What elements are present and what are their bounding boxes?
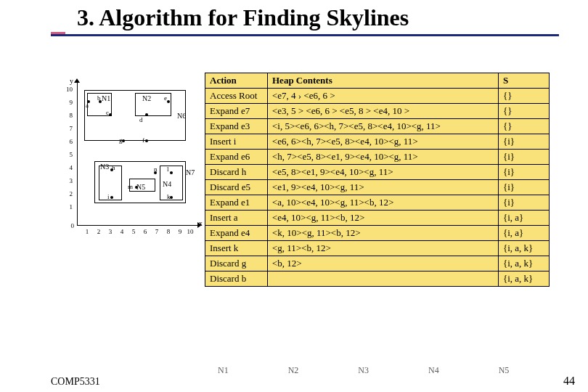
label-m: m <box>128 183 133 190</box>
cell-action: Expand e3 <box>205 119 268 134</box>
label-n7: N7 <box>186 168 195 176</box>
table-row: Insert a<e4, 10><g, 11><b, 12>{i, a} <box>205 211 550 226</box>
cell-s: {i} <box>499 195 550 211</box>
cell-action: Discard b <box>205 271 268 287</box>
tick-y: 4 <box>64 164 73 171</box>
table-row: Discard b{i, a, k} <box>205 271 550 287</box>
cell-s: {i, a, k} <box>499 256 550 271</box>
cell-s: {} <box>499 104 550 119</box>
cell-s: {i, a} <box>499 211 550 226</box>
point-c <box>109 113 112 116</box>
tick-y: 9 <box>64 99 73 106</box>
footer-page-number: 44 <box>563 375 575 388</box>
header-heap: Heap Contents <box>268 73 499 89</box>
cell-action: Insert a <box>205 211 268 226</box>
label-l: l <box>167 166 169 173</box>
table-row: Discard h<e5, 8><e1, 9><e4, 10><g, 11>{i… <box>205 165 550 180</box>
cell-heap: <e4, 10><g, 11><b, 12> <box>268 211 499 226</box>
tick-x: 3 <box>106 228 115 235</box>
tick-y: 1 <box>64 203 73 211</box>
point-d <box>145 113 148 116</box>
cell-action: Discard e5 <box>205 180 268 195</box>
cell-action: Expand e6 <box>205 150 268 165</box>
tick-y: 6 <box>64 138 73 145</box>
cell-action: Insert k <box>205 241 268 256</box>
footer-nodes: N1 N2 N3 N4 N5 <box>218 365 509 376</box>
page-title: 3. Algorithm for Finding Skylines <box>0 0 588 34</box>
tick-x: 8 <box>164 228 173 235</box>
label-a: a <box>86 102 89 109</box>
tick-x: 9 <box>176 228 184 235</box>
table-row: Expand e6<h, 7><e5, 8><e1, 9><e4, 10><g,… <box>205 150 550 165</box>
cell-s: {i, a, k} <box>499 241 550 256</box>
point-f <box>145 139 148 142</box>
cell-heap: <e6, 6><h, 7><e5, 8><e4, 10><g, 11> <box>268 134 499 150</box>
tick-y: 10 <box>64 86 73 93</box>
cell-heap: <i, 5><e6, 6><h, 7><e5, 8><e4, 10><g, 11… <box>268 119 499 134</box>
footer-node: N1 <box>218 365 229 376</box>
cell-s: {i} <box>499 165 550 180</box>
header-action: Action <box>205 73 268 89</box>
cell-action: Expand e1 <box>205 195 268 211</box>
cell-s: {} <box>499 119 550 134</box>
x-axis <box>77 225 199 226</box>
cell-heap: <h, 7><e5, 8><e1, 9><e4, 10><g, 11> <box>268 150 499 165</box>
label-k: k <box>167 193 171 200</box>
cell-s: {i} <box>499 150 550 165</box>
label-g: g <box>119 136 123 144</box>
tick-x: 2 <box>94 228 103 235</box>
label-n2: N2 <box>142 94 151 102</box>
cell-heap: <g, 11><b, 12> <box>268 241 499 256</box>
cell-heap: <k, 10><g, 11><b, 12> <box>268 226 499 241</box>
cell-action: Access Root <box>205 89 268 104</box>
y-axis-label: y <box>70 77 73 85</box>
label-n6: N6 <box>177 112 186 120</box>
cell-s: {i, a} <box>499 226 550 241</box>
footer-node: N2 <box>288 365 299 376</box>
tick-y: 7 <box>64 125 73 132</box>
label-n4: N4 <box>163 180 171 188</box>
tick-x: 10 <box>186 228 195 235</box>
tick-x: 7 <box>152 228 161 235</box>
origin-label: 0 <box>65 222 74 229</box>
cell-action: Expand e4 <box>205 226 268 241</box>
cell-heap: <a, 10><e4, 10><g, 11><b, 12> <box>268 195 499 211</box>
cell-s: {i} <box>499 134 550 150</box>
point-e <box>167 100 170 103</box>
table-row: Insert i<e6, 6><h, 7><e5, 8><e4, 10><g, … <box>205 134 550 150</box>
table-row: Expand e1<a, 10><e4, 10><g, 11><b, 12>{i… <box>205 195 550 211</box>
table-row: Discard g<b, 12>{i, a, k} <box>205 256 550 271</box>
cell-s: {i} <box>499 180 550 195</box>
tick-y: 8 <box>64 112 73 119</box>
algorithm-table: Action Heap Contents S Access Root<e7, 4… <box>205 73 550 287</box>
table-header-row: Action Heap Contents S <box>205 73 550 89</box>
label-e: e <box>164 94 167 102</box>
label-i: i <box>107 193 110 200</box>
tick-x: 1 <box>83 228 91 235</box>
label-n1: N1 <box>102 94 110 102</box>
footer-node: N3 <box>358 365 369 376</box>
cell-action: Expand e7 <box>205 104 268 119</box>
label-b: b <box>97 94 101 102</box>
tick-y: 2 <box>64 190 73 197</box>
table-row: Expand e3<i, 5><e6, 6><h, 7><e5, 8><e4, … <box>205 119 550 134</box>
footer-node: N5 <box>499 365 510 376</box>
cell-heap: <e1, 9><e4, 10><g, 11> <box>268 180 499 195</box>
title-underline <box>51 34 559 36</box>
x-axis-label: x <box>199 219 203 227</box>
header-s: S <box>499 73 550 89</box>
cell-action: Discard h <box>205 165 268 180</box>
footer-node: N4 <box>428 365 439 376</box>
table-row: Expand e7<e3, 5 > <e6, 6 > <e5, 8 > <e4,… <box>205 104 550 119</box>
label-c: c <box>106 109 109 116</box>
label-n5: N5 <box>136 183 145 191</box>
table-row: Expand e4<k, 10><g, 11><b, 12>{i, a} <box>205 226 550 241</box>
tick-y: 5 <box>64 151 73 158</box>
cell-heap: <b, 12> <box>268 256 499 271</box>
tick-x: 6 <box>141 228 150 235</box>
cell-action: Discard g <box>205 256 268 271</box>
cell-heap: <e5, 8><e1, 9><e4, 10><g, 11> <box>268 165 499 180</box>
tick-x: 5 <box>129 228 138 235</box>
point-l <box>170 171 173 174</box>
footer-course: COMP5331 <box>51 376 100 388</box>
